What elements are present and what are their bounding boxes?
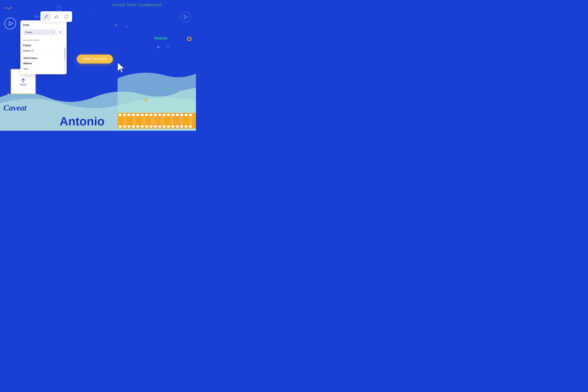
svg-rect-50 <box>150 126 152 128</box>
svg-line-88 <box>56 16 58 16</box>
svg-rect-29 <box>132 114 135 116</box>
svg-rect-49 <box>145 126 148 128</box>
svg-rect-39 <box>176 114 179 116</box>
svg-rect-26 <box>119 114 122 116</box>
svg-point-84 <box>55 17 56 18</box>
font-dropdown-list: UPLOADED FONTS Futura Bodoni 72 Abril Fa… <box>20 37 66 74</box>
font-item-futura[interactable]: Futura <box>23 43 64 48</box>
svg-rect-42 <box>189 114 192 116</box>
svg-rect-43 <box>119 126 122 128</box>
svg-point-85 <box>57 17 58 18</box>
toolbar-resize-button[interactable] <box>62 12 70 21</box>
svg-rect-31 <box>141 114 144 116</box>
svg-text:Antonio: Antonio <box>60 114 104 128</box>
svg-rect-37 <box>167 114 170 116</box>
upload-small-icon <box>59 31 62 34</box>
svg-point-4 <box>7 93 9 94</box>
svg-text:CINZEL: CINZEL <box>4 53 20 58</box>
svg-rect-35 <box>158 114 161 116</box>
toolbar-panel <box>40 11 72 22</box>
font-upload-button[interactable]: FONT UPLOAD <box>77 54 113 64</box>
toolbar-divider-1 <box>51 14 51 20</box>
font-upload-small-button[interactable] <box>57 29 64 36</box>
svg-rect-28 <box>128 114 130 116</box>
svg-rect-32 <box>145 114 148 116</box>
svg-point-6 <box>144 99 147 102</box>
toolbar-pen-button[interactable] <box>42 12 50 21</box>
svg-rect-57 <box>180 126 183 128</box>
font-dropdown-arrow: ▾ <box>53 31 54 33</box>
svg-rect-27 <box>123 114 126 116</box>
svg-text:Roboto: Roboto <box>154 36 168 40</box>
svg-rect-55 <box>172 126 174 128</box>
font-selector-row: Futura ▾ <box>23 29 64 36</box>
svg-rect-33 <box>150 114 152 116</box>
svg-rect-30 <box>136 114 139 116</box>
svg-rect-56 <box>176 126 179 128</box>
font-item-bodoni[interactable]: Bodoni 72 <box>23 48 64 54</box>
toolbar-music-button[interactable] <box>52 12 60 21</box>
svg-rect-44 <box>123 126 126 128</box>
cursor-icon <box>117 62 126 72</box>
upload-area-icon <box>18 77 28 86</box>
svg-rect-54 <box>167 126 170 128</box>
svg-rect-46 <box>132 126 135 128</box>
scroll-track[interactable] <box>64 47 65 72</box>
font-item-abril[interactable]: Abril Fatface <box>23 56 64 61</box>
font-dropdown-value: Futura <box>26 31 32 34</box>
music-icon <box>54 15 58 18</box>
pen-icon <box>44 15 48 18</box>
svg-rect-34 <box>154 114 157 116</box>
panel-title: Font <box>23 24 64 27</box>
svg-text:×: × <box>90 10 92 13</box>
cursor <box>117 62 126 73</box>
font-panel: Font Futura ▾ UPLOADED FONTS Futura Bodo… <box>20 20 66 74</box>
svg-rect-59 <box>189 126 192 128</box>
svg-rect-40 <box>180 114 183 116</box>
svg-rect-58 <box>185 126 188 128</box>
svg-rect-45 <box>128 126 130 128</box>
font-item-aileron[interactable]: Aileron <box>23 61 64 66</box>
svg-rect-51 <box>154 126 157 128</box>
font-item-aleo[interactable]: Aleo <box>23 66 64 72</box>
svg-rect-53 <box>163 126 166 128</box>
svg-text:+: + <box>167 45 169 48</box>
svg-rect-52 <box>158 126 161 128</box>
svg-rect-48 <box>141 126 144 128</box>
svg-rect-47 <box>136 126 139 128</box>
scroll-thumb <box>64 48 65 59</box>
svg-rect-41 <box>185 114 188 116</box>
svg-rect-36 <box>163 114 166 116</box>
font-upload-label: FONT UPLOAD <box>83 57 107 60</box>
uploaded-fonts-label: UPLOADED FONTS <box>23 40 64 41</box>
svg-text:Caveat: Caveat <box>4 103 27 112</box>
resize-icon <box>64 14 68 19</box>
background: + + × × × Montserrat Avenir Next Condens… <box>0 0 196 131</box>
font-dropdown[interactable]: Futura ▾ <box>23 29 56 35</box>
svg-rect-89 <box>65 15 68 18</box>
svg-point-2 <box>115 24 116 26</box>
svg-rect-38 <box>172 114 174 116</box>
svg-text:Avenir Next Condensed: Avenir Next Condensed <box>112 2 162 7</box>
toolbar-divider-2 <box>61 14 62 20</box>
